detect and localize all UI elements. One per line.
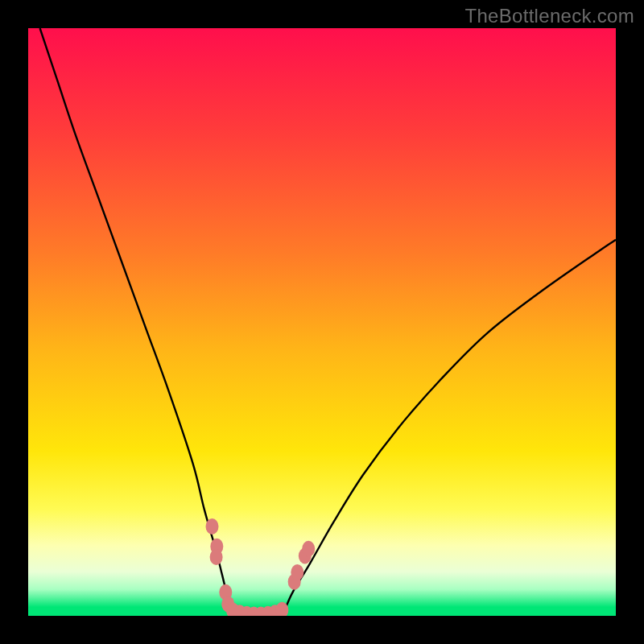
marker-dot [210, 549, 223, 565]
watermark-text: TheBottleneck.com [464, 5, 634, 27]
bottleneck-chart [28, 28, 616, 616]
marker-dot [205, 518, 218, 535]
plot-area [28, 28, 616, 616]
figure-frame: TheBottleneck.com [0, 0, 644, 644]
marker-dot [291, 564, 303, 580]
green-baseline-band [28, 607, 616, 616]
gradient-background [28, 28, 616, 616]
marker-dot [302, 541, 315, 557]
